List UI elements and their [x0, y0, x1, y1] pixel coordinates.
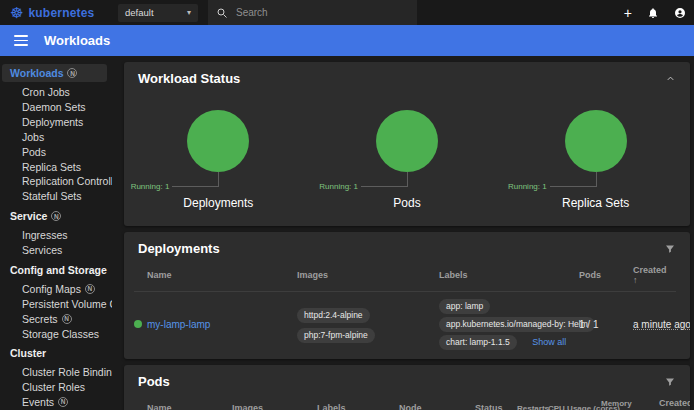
deployments-running-legend: Running: 1 — [131, 182, 170, 191]
sidebar-item-config-and-storage[interactable]: Config and Storage — [2, 261, 107, 279]
sidebar-item-workloads[interactable]: Workloads N — [2, 64, 107, 82]
workload-status-title: Workload Status — [138, 71, 240, 86]
image-chip: php:7-fpm-alpine — [297, 328, 375, 343]
deployments-chart: Running: 1 Deployments — [124, 110, 313, 210]
collapse-card-button[interactable] — [665, 73, 676, 84]
legend-connector: Running: 1 — [124, 172, 313, 187]
deployments-chart-title: Deployments — [183, 196, 253, 210]
user-menu-button[interactable] — [674, 7, 686, 19]
sidebar-item-cron-jobs[interactable]: Cron Jobs — [0, 85, 109, 100]
create-resource-button[interactable]: + — [624, 6, 632, 20]
sidebar-item-persistent-volume-claims[interactable]: Persistent Volume Claims N — [0, 297, 109, 312]
col-created[interactable]: Created ↑ — [659, 398, 690, 410]
sidebar-item-stateful-sets[interactable]: Stateful Sets — [0, 189, 109, 204]
sidebar-item-daemon-sets[interactable]: Daemon Sets — [0, 100, 109, 115]
col-pods[interactable]: Pods — [579, 270, 633, 280]
col-node[interactable]: Node — [399, 403, 475, 410]
sidebar-item-events[interactable]: Events N — [0, 395, 109, 410]
deployments-pie[interactable] — [187, 110, 249, 172]
user-avatar-icon — [674, 7, 686, 19]
sidebar-item-label: Workloads — [10, 67, 63, 79]
sidebar-item-ingresses[interactable]: Ingresses — [0, 228, 109, 243]
namespace-selector[interactable]: default ▾ — [118, 4, 198, 22]
filter-pods-button[interactable] — [664, 376, 676, 388]
page-title: Workloads — [44, 33, 110, 48]
menu-toggle-button[interactable] — [14, 35, 28, 45]
sidebar-item-service[interactable]: Service N — [2, 207, 107, 225]
sidebar-item-deployments[interactable]: Deployments — [0, 115, 109, 130]
main-content: Workload Status Running: 1 Deployments — [112, 56, 694, 410]
sidebar-item-replica-sets[interactable]: Replica Sets — [0, 159, 109, 174]
col-labels[interactable]: Labels — [439, 270, 579, 280]
legend-connector: Running: 1 — [313, 172, 502, 187]
workload-charts: Running: 1 Deployments Running: 1 Pods — [124, 110, 690, 226]
sidebar-nav: Workloads N Cron Jobs Daemon Sets Deploy… — [0, 56, 112, 410]
col-labels[interactable]: Labels — [317, 403, 399, 410]
col-created[interactable]: Created ↑ — [633, 265, 676, 285]
replica-sets-chart-title: Replica Sets — [562, 196, 629, 210]
sidebar-item-label: Cluster — [10, 347, 46, 359]
namespaced-badge-icon: N — [67, 68, 77, 78]
filter-deployments-button[interactable] — [664, 243, 676, 255]
replica-sets-pie[interactable] — [565, 110, 627, 172]
helm-wheel-icon: ☸ — [10, 5, 23, 20]
deployment-created: a minute ago — [633, 319, 690, 330]
col-images[interactable]: Images — [232, 403, 317, 410]
sidebar-item-replication-controllers[interactable]: Replication Controllers — [0, 174, 109, 189]
legend-connector: Running: 1 — [501, 172, 690, 187]
pods-running-legend: Running: 1 — [319, 182, 358, 191]
pods-chart-title: Pods — [393, 196, 420, 210]
replica-sets-running-legend: Running: 1 — [508, 182, 547, 191]
sidebar-item-label: Config Maps — [22, 284, 81, 295]
deployment-images: httpd:2.4-alpine php:7-fpm-alpine — [297, 304, 439, 344]
topbar-actions: + — [624, 0, 686, 25]
col-status[interactable]: Status — [475, 403, 517, 410]
label-chip: chart: lamp-1.1.5 — [439, 335, 517, 350]
kubernetes-logo[interactable]: ☸ kubernetes — [0, 5, 118, 20]
search-input[interactable] — [236, 7, 386, 18]
bell-icon — [647, 7, 659, 19]
namespaced-badge-icon: N — [58, 397, 68, 407]
app-bar: ☸ kubernetes default ▾ + — [0, 0, 694, 25]
col-name[interactable]: Name — [147, 270, 297, 280]
pods-card: Pods Name Images Labels Node Status Rest… — [124, 365, 690, 410]
sidebar-item-cluster-roles[interactable]: Cluster Roles — [0, 380, 109, 395]
sort-asc-icon: ↑ — [633, 275, 638, 285]
label-chip: app: lamp — [439, 299, 490, 314]
sidebar-item-services[interactable]: Services — [0, 243, 109, 258]
search-bar[interactable] — [208, 0, 417, 25]
deployments-header-row: Name Images Labels Pods Created ↑ — [134, 260, 676, 291]
col-restarts[interactable]: Restarts — [517, 404, 548, 410]
notifications-button[interactable] — [647, 7, 659, 19]
image-chip: httpd:2.4-alpine — [297, 308, 370, 323]
col-name[interactable]: Name — [147, 403, 232, 410]
sidebar-item-label: Persistent Volume Claims — [22, 299, 112, 310]
sidebar-item-pods[interactable]: Pods — [0, 145, 109, 160]
sidebar-item-secrets[interactable]: Secrets N — [0, 312, 109, 327]
deployment-row[interactable]: my-lamp-lamp httpd:2.4-alpine php:7-fpm-… — [134, 291, 676, 359]
sidebar-item-config-maps[interactable]: Config Maps N — [0, 282, 109, 297]
sidebar-item-label: Config and Storage — [10, 264, 107, 276]
col-cpu-usage[interactable]: CPU Usage (cores) — [548, 404, 601, 410]
pods-pie[interactable] — [376, 110, 438, 172]
show-all-labels-link[interactable]: Show all — [532, 337, 566, 347]
sidebar-item-cluster-role-bindings[interactable]: Cluster Role Bindings — [0, 365, 109, 380]
status-ok-icon — [134, 320, 142, 328]
sidebar-item-cluster[interactable]: Cluster — [2, 344, 107, 362]
pods-header-row: Name Images Labels Node Status Restarts … — [134, 393, 676, 410]
sidebar-item-jobs[interactable]: Jobs — [0, 130, 109, 145]
col-memory-usage[interactable]: Memory Usage (bytes) — [601, 399, 659, 410]
chevron-down-icon: ▾ — [187, 8, 191, 17]
col-images[interactable]: Images — [297, 270, 439, 280]
deployments-card-title: Deployments — [138, 241, 220, 256]
deployment-name-link[interactable]: my-lamp-lamp — [147, 319, 297, 330]
deployment-labels: app: lamp app.kubernetes.io/managed-by: … — [439, 297, 579, 351]
chevron-up-icon — [665, 73, 676, 84]
deployment-pods-count: 1 / 1 — [579, 319, 633, 330]
namespace-value: default — [125, 7, 154, 18]
sidebar-item-label: Secrets — [22, 314, 58, 325]
brand-text: kubernetes — [28, 6, 94, 20]
sidebar-item-storage-classes[interactable]: Storage Classes — [0, 326, 109, 341]
namespaced-badge-icon: N — [51, 211, 61, 221]
namespaced-badge-icon: N — [85, 284, 95, 294]
